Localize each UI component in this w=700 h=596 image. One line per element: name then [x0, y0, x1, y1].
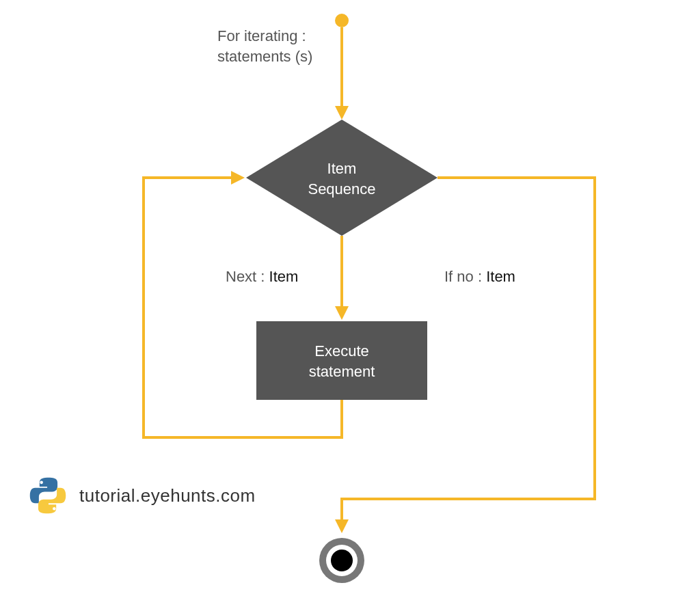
title-line1: For iterating : — [217, 27, 306, 44]
python-logo-icon — [27, 475, 68, 516]
svg-point-2 — [331, 550, 353, 571]
process-node — [256, 321, 427, 400]
arrowhead-icon — [335, 519, 349, 533]
label-next: Next : Item — [226, 268, 298, 285]
start-node — [335, 14, 349, 27]
arrowhead-icon — [335, 306, 349, 320]
title-line2: statements (s) — [217, 48, 312, 65]
arrowhead-icon — [231, 171, 245, 185]
end-node — [319, 538, 364, 583]
process-text-line2: statement — [309, 363, 375, 380]
decision-node — [246, 120, 438, 236]
footer: tutorial.eyehunts.com — [27, 475, 256, 516]
label-ifno: If no : Item — [444, 268, 515, 285]
arrowhead-icon — [335, 106, 349, 120]
footer-text: tutorial.eyehunts.com — [79, 485, 256, 506]
decision-text-line1: Item — [327, 160, 357, 177]
process-text-line1: Execute — [314, 342, 369, 360]
decision-text-line2: Sequence — [308, 180, 375, 198]
